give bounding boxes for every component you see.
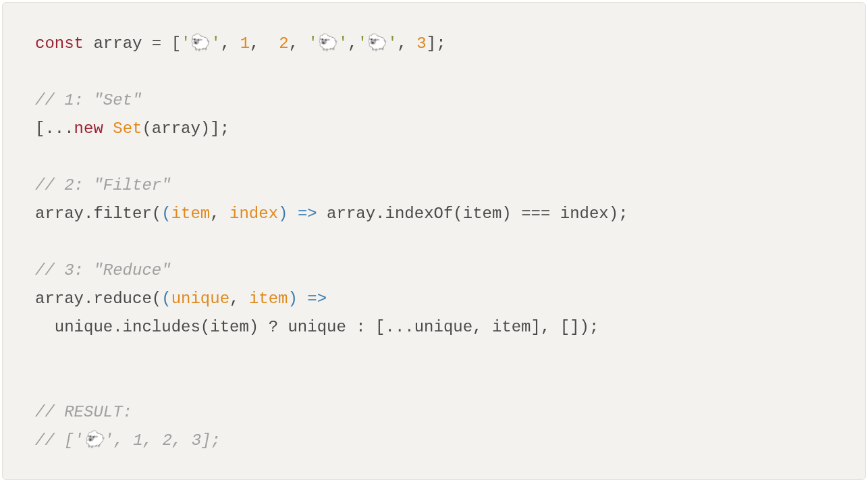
text: array.filter( — [35, 205, 161, 223]
arrow-icon: => — [298, 290, 327, 308]
text: array.reduce( — [35, 290, 161, 308]
arrow-icon: => — [288, 205, 317, 223]
code-line-reduce-1: array.reduce((unique, item) => — [35, 290, 327, 308]
code-line-reduce-2: unique.includes(item) ? unique : [...uni… — [35, 318, 599, 336]
text: [... — [35, 119, 74, 138]
text: , — [210, 205, 229, 223]
comment-result-value: // ['🐑', 1, 2, 3]; — [35, 431, 221, 450]
code-line-1: const array = ['🐑', 1, 2, '🐑','🐑', 3]; — [35, 34, 446, 53]
number-literal: 1 — [240, 34, 250, 53]
code-block: const array = ['🐑', 1, 2, '🐑','🐑', 3]; /… — [2, 2, 866, 480]
text: , — [289, 34, 308, 53]
param-item: item — [249, 290, 288, 308]
text: , — [229, 290, 249, 308]
number-literal: 2 — [279, 34, 288, 53]
text: , — [250, 34, 279, 53]
paren-close: ) — [288, 290, 297, 308]
paren-open: ( — [161, 290, 171, 308]
text: array.indexOf(item) === index); — [317, 205, 628, 223]
keyword-new: new — [74, 119, 103, 138]
code-line-set: [...new Set(array)]; — [35, 119, 229, 138]
string-literal: '🐑' — [308, 34, 348, 53]
comment-result-label: // RESULT: — [35, 403, 132, 421]
text: array = [ — [84, 34, 181, 53]
param-item: item — [171, 205, 211, 223]
text: , — [221, 34, 240, 53]
paren-open: ( — [161, 205, 171, 223]
param-unique: unique — [171, 290, 229, 308]
number-literal: 3 — [416, 34, 426, 53]
comment-reduce: // 3: "Reduce" — [35, 261, 171, 279]
comment-set: // 1: "Set" — [35, 91, 142, 109]
param-index: index — [229, 205, 278, 223]
keyword-const: const — [35, 34, 84, 53]
paren-close: ) — [278, 205, 288, 223]
code-line-filter: array.filter((item, index) => array.inde… — [35, 205, 628, 223]
comment-filter: // 2: "Filter" — [35, 176, 171, 194]
class-set: Set — [113, 119, 142, 138]
text — [103, 119, 113, 138]
string-literal: '🐑' — [358, 34, 398, 53]
text: , — [348, 34, 357, 53]
text: (array)]; — [142, 119, 229, 138]
text: , — [398, 34, 417, 53]
string-literal: '🐑' — [181, 34, 221, 53]
text: ]; — [427, 34, 446, 53]
